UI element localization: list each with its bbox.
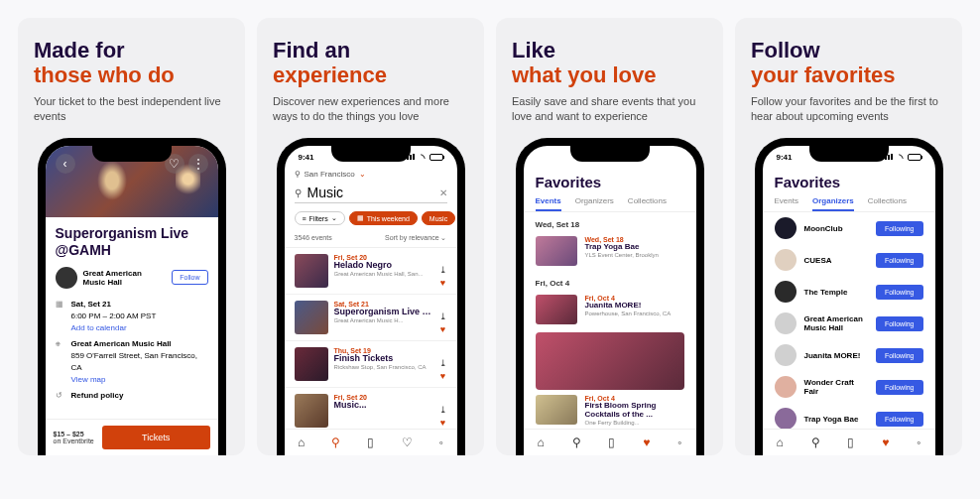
- view-map-link[interactable]: View map: [71, 375, 106, 384]
- tickets-button[interactable]: Tickets: [102, 426, 210, 449]
- promo-panel-2: Find anexperience Discover new experienc…: [257, 18, 484, 455]
- subheadline: Follow your favorites and be the first t…: [751, 94, 946, 125]
- share-icon[interactable]: ⤓: [439, 265, 447, 275]
- add-calendar-link[interactable]: Add to calendar: [71, 323, 127, 332]
- organizer-row[interactable]: MoonClubFollowing: [763, 212, 935, 244]
- favorites-icon[interactable]: ♡: [402, 436, 413, 449]
- more-icon[interactable]: ⋮: [188, 154, 208, 174]
- organizer-logo: [775, 344, 796, 366]
- following-button[interactable]: Following: [876, 348, 923, 363]
- search-result[interactable]: Fri, Set 20Music...⤓♥: [285, 388, 457, 435]
- promo-panel-1: Made forthose who do Your ticket to the …: [18, 18, 245, 455]
- share-icon[interactable]: ⤓: [439, 358, 447, 368]
- tab-collections[interactable]: Collections: [868, 196, 907, 211]
- event-thumb: [295, 301, 328, 334]
- organizer-row[interactable]: Great American Music HallFollowing: [763, 308, 935, 339]
- tickets-icon[interactable]: ▯: [847, 436, 854, 449]
- search-icon: ⚲: [295, 187, 302, 198]
- pin-icon: ⚲: [295, 170, 301, 179]
- filter-icon: ≡: [303, 215, 306, 222]
- bottom-nav: ⌂ ⚲ ▯ ♥ ◦: [524, 429, 696, 455]
- profile-icon[interactable]: ◦: [677, 436, 681, 449]
- filters-chip[interactable]: ≡Filters⌄: [295, 211, 345, 225]
- calendar-icon: ▦: [56, 299, 65, 334]
- following-button[interactable]: Following: [876, 316, 923, 331]
- organizer-logo: [775, 376, 796, 398]
- result-count: 3546 events: [295, 234, 332, 242]
- profile-icon[interactable]: ◦: [917, 436, 920, 449]
- results-list: Fri, Set 20Helado NegroGreat American Mu…: [285, 248, 457, 435]
- event-title: Superorganism Live @GAMH: [56, 225, 208, 259]
- following-button[interactable]: Following: [876, 285, 923, 300]
- organizer-row[interactable]: The TempleFollowing: [763, 276, 935, 308]
- favorites-icon[interactable]: ♥: [882, 436, 889, 449]
- home-icon[interactable]: ⌂: [298, 436, 305, 449]
- organizer-avatar[interactable]: [56, 267, 77, 289]
- search-icon[interactable]: ⚲: [572, 436, 581, 449]
- event-thumb: [536, 236, 577, 266]
- heart-icon[interactable]: ♥: [440, 278, 445, 288]
- heart-icon[interactable]: ♥: [440, 371, 445, 381]
- headline: Followyour favorites: [751, 38, 946, 88]
- favorites-icon[interactable]: ♥: [643, 436, 650, 449]
- date-section: Fri, Oct 4: [524, 271, 696, 290]
- price-label: $15 – $25on Eventbrite: [54, 431, 94, 444]
- organizer-row[interactable]: Wonder Craft FairFollowing: [763, 371, 935, 403]
- favorite-event[interactable]: Wed, Set 18Trap Yoga BaeYLS Event Center…: [524, 231, 696, 271]
- headline: Likewhat you love: [512, 38, 707, 88]
- favorites-tabs: Events Organizers Collections: [763, 190, 935, 212]
- tab-events[interactable]: Events: [775, 196, 798, 211]
- organizer-logo: [775, 312, 796, 334]
- share-icon[interactable]: ⤓: [439, 405, 447, 415]
- weekend-chip[interactable]: ▦This weekend: [349, 211, 418, 225]
- tab-collections[interactable]: Collections: [628, 196, 667, 211]
- event-thumb: [295, 394, 328, 428]
- share-icon[interactable]: ⤓: [439, 312, 447, 321]
- bottom-nav: ⌂ ⚲ ▯ ♡ ◦: [285, 429, 457, 455]
- heart-icon[interactable]: ♥: [440, 324, 445, 334]
- home-icon[interactable]: ⌂: [537, 436, 544, 449]
- event-thumb: [536, 295, 577, 324]
- following-button[interactable]: Following: [876, 412, 923, 427]
- location-icon: ⎈: [56, 338, 65, 386]
- heart-icon[interactable]: ♥: [440, 418, 445, 428]
- subheadline: Easily save and share events that you lo…: [512, 94, 707, 125]
- search-icon[interactable]: ⚲: [331, 436, 340, 449]
- favorite-event[interactable]: Fri, Oct 4Juanita MORE!Powerhouse, San F…: [524, 290, 696, 329]
- search-result[interactable]: Sat, Set 21Superorganism Live @GAMHGreat…: [285, 295, 457, 341]
- phone-frame: . Favorites Events Organizers Collection…: [516, 138, 704, 455]
- following-button[interactable]: Following: [876, 253, 923, 268]
- organizer-row[interactable]: CUESAFollowing: [763, 244, 935, 276]
- search-icon[interactable]: ⚲: [811, 436, 820, 449]
- organizer-name: Great American Music Hall: [83, 269, 167, 287]
- tab-organizers[interactable]: Organizers: [812, 196, 854, 211]
- profile-icon[interactable]: ◦: [439, 436, 443, 449]
- tickets-icon[interactable]: ▯: [367, 436, 374, 449]
- clear-icon[interactable]: ✕: [439, 187, 447, 198]
- following-button[interactable]: Following: [876, 221, 923, 236]
- refund-icon: ↺: [56, 390, 65, 402]
- organizer-logo: [775, 249, 796, 271]
- follow-button[interactable]: Follow: [172, 270, 207, 285]
- tickets-icon[interactable]: ▯: [608, 436, 615, 449]
- tab-organizers[interactable]: Organizers: [575, 196, 614, 211]
- headline: Find anexperience: [273, 38, 468, 88]
- organizer-row[interactable]: Juanita MORE!Following: [763, 339, 935, 371]
- search-input[interactable]: ⚲Music✕: [295, 185, 447, 203]
- favorite-event[interactable]: Fri, Oct 4First Bloom Spring Cocktails o…: [524, 390, 696, 431]
- ticket-footer: $15 – $25on Eventbrite Tickets: [46, 419, 218, 455]
- sort-selector[interactable]: Sort by relevance ⌄: [385, 234, 446, 242]
- tab-events[interactable]: Events: [536, 196, 561, 211]
- organizers-list: MoonClubFollowingCUESAFollowingThe Templ…: [763, 212, 935, 435]
- event-thumb: [295, 347, 328, 381]
- search-result[interactable]: Fri, Set 20Helado NegroGreat American Mu…: [285, 248, 457, 295]
- subheadline: Discover new experiences and more ways t…: [273, 94, 468, 125]
- location-selector[interactable]: ⚲San Francisco⌄: [285, 164, 457, 181]
- page-title: Favorites: [536, 174, 684, 190]
- following-button[interactable]: Following: [876, 380, 923, 395]
- music-chip[interactable]: Music: [422, 211, 455, 225]
- back-icon[interactable]: ‹: [56, 154, 75, 174]
- page-title: Favorites: [775, 174, 923, 190]
- home-icon[interactable]: ⌂: [776, 436, 783, 449]
- search-result[interactable]: Thu, Set 19Finish TicketsRickshaw Stop, …: [285, 341, 457, 388]
